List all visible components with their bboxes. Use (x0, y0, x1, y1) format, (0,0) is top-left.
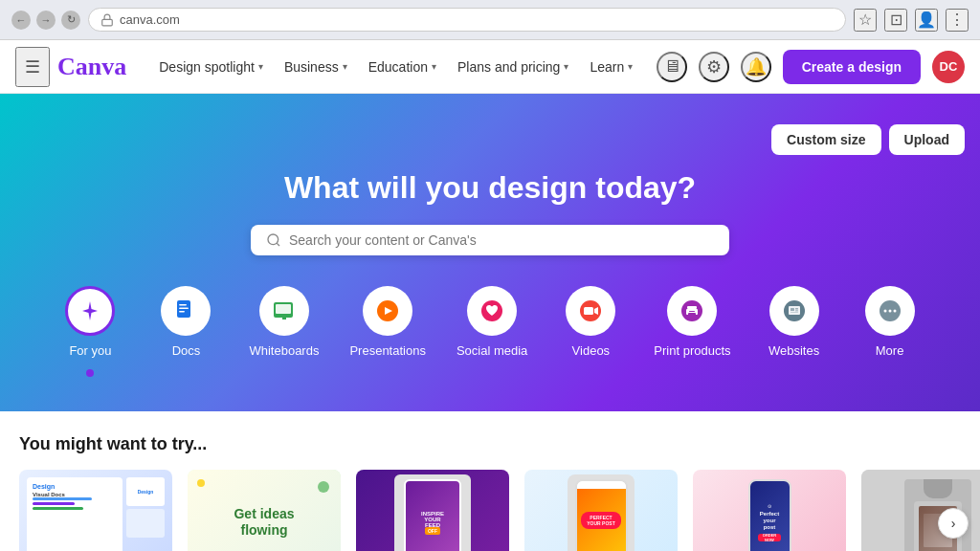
category-whiteboards[interactable]: Whiteboards (234, 278, 334, 385)
svg-point-27 (888, 310, 891, 313)
svg-rect-9 (282, 318, 286, 320)
nav-design-spotlight[interactable]: Design spotlight ▾ (149, 52, 273, 82)
more-dots-icon (878, 298, 902, 323)
print-products-label: Print products (654, 343, 730, 358)
nav-plans-pricing[interactable]: Plans and pricing ▾ (448, 52, 578, 82)
url-text: canva.com (120, 12, 180, 27)
whiteboards-label: Whiteboards (249, 343, 319, 358)
next-button[interactable]: › (938, 508, 969, 539)
social-media-icon (467, 286, 517, 336)
category-presentations[interactable]: Presentations (334, 278, 441, 385)
videos-label: Videos (572, 343, 611, 358)
category-websites[interactable]: Websites (746, 278, 842, 385)
cards-row: Design Visual Docs Design Doc (19, 470, 961, 551)
facebook-post-card[interactable]: INSPIREYOURFEEDOFF Facebook Post (Landsc… (356, 470, 509, 551)
svg-rect-17 (688, 313, 696, 316)
forward-button[interactable]: → (36, 11, 56, 30)
back-button[interactable]: ← (11, 11, 31, 30)
profile-button[interactable]: 👤 (915, 9, 938, 32)
svg-rect-6 (179, 311, 185, 313)
docs-icon (161, 286, 211, 336)
star-button[interactable]: ☆ (854, 9, 877, 32)
svg-rect-13 (584, 307, 593, 315)
chevron-down-icon: ▾ (343, 61, 347, 72)
svg-rect-8 (276, 304, 291, 314)
suggestions-section: You might want to try... Design Visual D… (0, 411, 980, 551)
for-you-icon (65, 286, 115, 336)
create-design-button[interactable]: Create a design (783, 50, 921, 84)
printer-icon (679, 298, 704, 323)
svg-rect-5 (179, 308, 189, 310)
whiteboards-icon (259, 286, 309, 336)
svg-rect-4 (179, 304, 187, 306)
chevron-down-icon: ▾ (432, 61, 436, 72)
custom-size-button[interactable]: Custom size (771, 124, 880, 155)
for-you-label: For you (69, 343, 111, 358)
chevron-down-icon: ▾ (628, 61, 633, 72)
ig-thumbnail: PERFECTYOUR POST (524, 470, 678, 551)
hero-title: What will you design today? (15, 170, 965, 206)
browser-right-icons: ☆ ⊡ 👤 ⋮ (854, 9, 969, 32)
address-bar[interactable]: canva.com (88, 8, 846, 32)
notifications-button[interactable]: 🔔 (741, 52, 771, 82)
upload-button[interactable]: Upload (889, 124, 965, 155)
search-icon (266, 232, 281, 248)
navbar: ☰ Canva Design spotlight ▾ Business ▾ Ed… (0, 40, 980, 94)
instagram-post-card[interactable]: PERFECTYOUR POST Instagram Post (Square) (524, 470, 678, 551)
whiteboard-card[interactable]: Get ideasflowing Whiteboard (188, 470, 341, 551)
more-icon (865, 286, 915, 336)
whiteboard-thumb-text: Get ideasflowing (234, 506, 294, 539)
website-icon (782, 298, 807, 323)
svg-rect-24 (791, 312, 798, 313)
whiteboard-icon (272, 298, 297, 323)
search-input[interactable] (289, 232, 714, 248)
lock-icon (100, 13, 114, 27)
category-social-media[interactable]: Social media (441, 278, 543, 385)
browser-chrome: ← → ↻ canva.com ☆ ⊡ 👤 ⋮ (0, 0, 980, 40)
presentations-label: Presentations (349, 343, 426, 358)
svg-point-26 (883, 310, 886, 313)
svg-point-28 (893, 310, 896, 313)
video-icon (578, 298, 603, 323)
monitor-button[interactable]: 🖥 (657, 52, 687, 82)
nav-learn[interactable]: Learn ▾ (580, 52, 642, 82)
presentations-icon (363, 286, 412, 336)
refresh-button[interactable]: ↻ (61, 11, 80, 30)
category-docs[interactable]: Docs (138, 278, 234, 385)
nav-education[interactable]: Education ▾ (359, 52, 446, 82)
more-label: More (876, 343, 904, 358)
category-for-you[interactable]: For you (42, 278, 138, 385)
menu-button[interactable]: ⋮ (946, 9, 969, 32)
doc-thumbnail: Design Visual Docs Design (19, 470, 172, 551)
hamburger-button[interactable]: ☰ (15, 47, 50, 87)
hero-section: Custom size Upload What will you design … (0, 94, 980, 411)
whiteboard-thumbnail: Get ideasflowing (188, 470, 341, 551)
category-print-products[interactable]: Print products (638, 278, 746, 385)
websites-icon (769, 286, 819, 336)
category-more[interactable]: More (842, 278, 938, 385)
nav-business[interactable]: Business ▾ (275, 52, 357, 82)
social-media-label: Social media (457, 343, 527, 358)
categories: For you Docs (15, 278, 965, 396)
websites-label: Websites (768, 343, 819, 358)
chevron-down-icon: ▾ (258, 61, 263, 72)
canva-logo[interactable]: Canva (57, 53, 126, 81)
category-videos[interactable]: Videos (543, 278, 638, 385)
chevron-down-icon: ▾ (564, 61, 568, 72)
browser-controls: ← → ↻ (11, 11, 80, 30)
docs-label: Docs (172, 343, 201, 358)
search-bar[interactable] (251, 225, 729, 255)
settings-button[interactable]: ⚙ (699, 52, 729, 82)
videos-icon (566, 286, 615, 336)
svg-rect-21 (791, 308, 794, 311)
svg-rect-0 (102, 19, 113, 25)
nav-right: 🖥 ⚙ 🔔 Create a design DC (657, 50, 965, 84)
instagram-story-card[interactable]: ⊙ Perfectyourpost ORDER NOW Instagram St… (693, 470, 846, 551)
doc-card[interactable]: Design Visual Docs Design Doc (19, 470, 172, 551)
doc-icon (173, 298, 198, 323)
nav-items: Design spotlight ▾ Business ▾ Education … (149, 52, 648, 82)
suggestions-title: You might want to try... (19, 434, 961, 454)
avatar[interactable]: DC (932, 51, 965, 83)
svg-rect-22 (795, 308, 798, 310)
split-view-button[interactable]: ⊡ (884, 9, 907, 32)
